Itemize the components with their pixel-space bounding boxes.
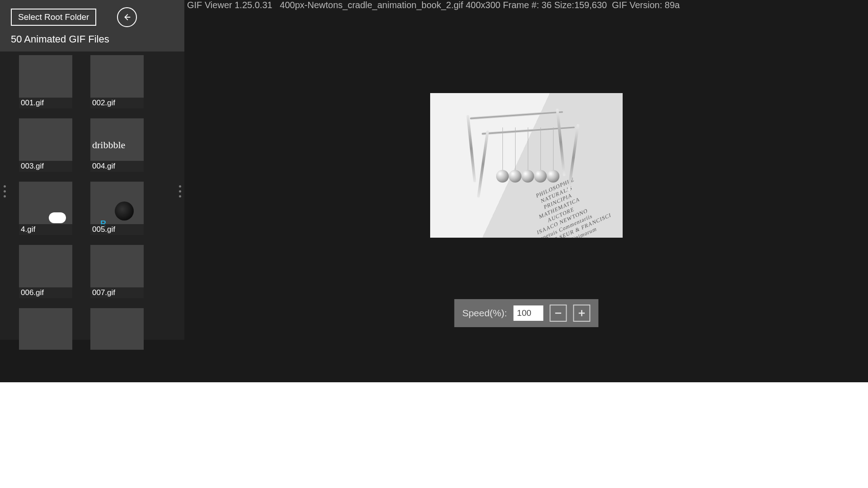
thumbnail-label: 005.gif: [90, 224, 144, 235]
thumbnail[interactable]: 006.gif: [19, 245, 72, 298]
info-bar: GIF Viewer 1.25.0.31 400px-Newtons_cradl…: [184, 0, 868, 10]
thumbnail[interactable]: 4.gif: [19, 182, 72, 235]
select-root-folder-button[interactable]: Select Root Folder: [11, 9, 96, 26]
thumbnail[interactable]: 002.gif: [90, 55, 144, 108]
viewer-pane: GIF Viewer 1.25.0.31 400px-Newtons_cradl…: [184, 0, 868, 340]
app-version: GIF Viewer 1.25.0.31: [187, 0, 272, 10]
sidebar-header: Select Root Folder 50 Animated GIF Files: [0, 0, 184, 52]
thumbnail-label: 003.gif: [19, 161, 72, 172]
thumbnail[interactable]: 004.gif: [90, 118, 144, 172]
speed-control: Speed(%):: [454, 299, 598, 327]
speed-decrease-button[interactable]: [549, 305, 567, 322]
thumbnail[interactable]: [90, 308, 144, 350]
resize-grip-right[interactable]: [179, 185, 181, 197]
resize-grip-left[interactable]: [4, 185, 6, 197]
thumbnail[interactable]: [19, 308, 72, 350]
thumbnail-label: 001.gif: [19, 98, 72, 108]
thumbnail-grid: 001.gif 002.gif 003.gif 004.gif 4.gif 00…: [0, 52, 184, 350]
size-label: Size:: [554, 0, 574, 10]
thumbnail-label: 007.gif: [90, 287, 144, 298]
thumbnail[interactable]: 005.gif: [90, 182, 144, 235]
speed-increase-button[interactable]: [573, 305, 590, 322]
gif-frame: [430, 93, 623, 238]
frame-number: 36: [542, 0, 552, 10]
thumbnail-label: 002.gif: [90, 98, 144, 108]
speed-input[interactable]: [513, 305, 543, 321]
gif-canvas: [184, 12, 868, 319]
speed-label: Speed(%):: [462, 308, 507, 319]
gif-version: 89a: [665, 0, 680, 10]
file-size: 159,630: [574, 0, 607, 10]
version-label: GIF Version:: [612, 0, 662, 10]
sidebar: Select Root Folder 50 Animated GIF Files…: [0, 0, 184, 340]
frame-label: Frame #:: [503, 0, 539, 10]
dimensions: 400x300: [466, 0, 501, 10]
thumbnail[interactable]: 007.gif: [90, 245, 144, 298]
plus-icon: [577, 309, 586, 318]
thumbnail-label: 006.gif: [19, 287, 72, 298]
back-button[interactable]: [117, 7, 137, 27]
file-count-label: 50 Animated GIF Files: [11, 33, 174, 45]
thumbnail-label: 4.gif: [19, 224, 72, 235]
arrow-left-icon: [122, 12, 132, 22]
blank-area: [0, 382, 868, 488]
thumbnail[interactable]: 003.gif: [19, 118, 72, 172]
thumbnail[interactable]: 001.gif: [19, 55, 72, 108]
current-file: 400px-Newtons_cradle_animation_book_2.gi…: [280, 0, 463, 10]
minus-icon: [554, 309, 563, 318]
thumbnail-label: 004.gif: [90, 161, 144, 172]
